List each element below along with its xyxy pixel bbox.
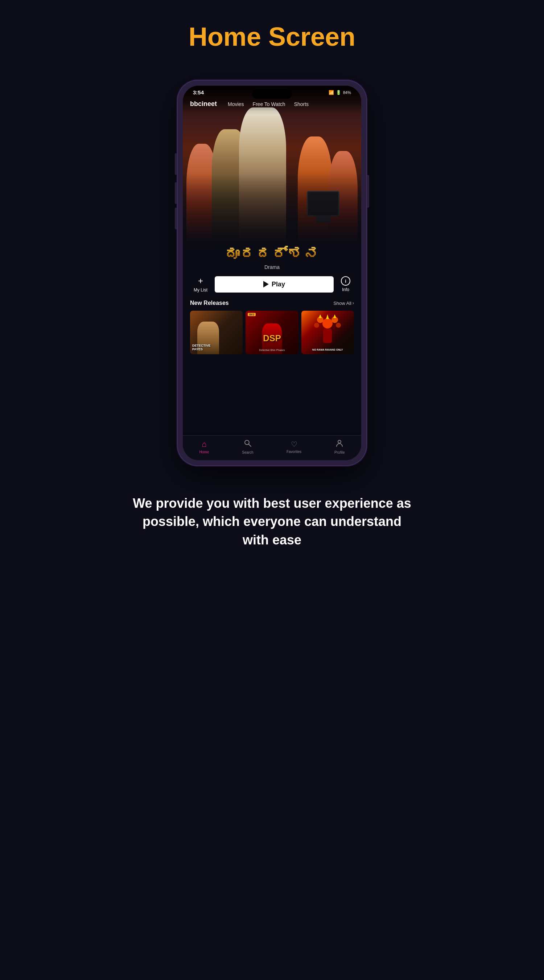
- logo[interactable]: bbcineet: [190, 100, 217, 108]
- plus-icon: +: [198, 276, 203, 286]
- ravana-svg: [313, 312, 342, 352]
- favorites-label: Favorites: [287, 450, 301, 454]
- movie-card-detective[interactable]: DETECTIVEPAYES: [190, 311, 243, 354]
- action-buttons: + My List Play i Info: [190, 276, 354, 293]
- logo-text: bcineet: [194, 100, 217, 108]
- chevron-right-icon: ›: [352, 301, 354, 305]
- dynamic-island: [252, 89, 292, 99]
- phone-frame: 3:54 📶 🔋 84% bbcineet Movies Free To Wat…: [178, 81, 366, 465]
- info-button[interactable]: i Info: [341, 276, 351, 292]
- profile-label: Profile: [335, 450, 344, 455]
- tab-profile[interactable]: Profile: [335, 439, 344, 455]
- svg-marker-6: [326, 314, 329, 319]
- battery-icon: 🔋: [336, 90, 341, 95]
- movie-title-kannada: ದೂರದರ್ಶನ: [190, 245, 354, 262]
- movie-genre: Drama: [190, 264, 354, 270]
- home-label: Home: [200, 450, 209, 454]
- status-icons: 📶 🔋 84%: [328, 90, 351, 95]
- no-rama-art: [301, 311, 354, 354]
- profile-icon: [335, 439, 343, 449]
- my-list-label: My List: [193, 288, 208, 293]
- dsp-subtitle: Detective Bhin Phaaes: [248, 349, 296, 352]
- svg-rect-5: [323, 328, 332, 343]
- svg-marker-8: [333, 314, 336, 318]
- favorites-icon: ♡: [291, 440, 297, 449]
- svg-point-4: [336, 323, 341, 328]
- info-icon: i: [341, 276, 351, 286]
- hero-section: ದೂರದರ್ಶನ Drama + My List Play: [183, 86, 361, 435]
- svg-point-11: [338, 440, 341, 443]
- no-rama-label: No Rama Ravans Only: [303, 348, 352, 352]
- status-time: 3:54: [193, 89, 204, 95]
- detective-label: DETECTIVEPAYES: [192, 344, 211, 352]
- show-all-label: Show All: [333, 301, 351, 306]
- new-releases-header: New Releases Show All ›: [190, 300, 354, 306]
- svg-marker-7: [319, 314, 322, 318]
- tab-favorites[interactable]: ♡ Favorites: [287, 440, 301, 454]
- search-icon: [244, 439, 252, 449]
- svg-point-3: [314, 323, 319, 328]
- play-icon: [263, 281, 269, 288]
- show-all-button[interactable]: Show All ›: [333, 301, 354, 306]
- new-releases-title: New Releases: [190, 300, 229, 306]
- wifi-icon: 📶: [328, 90, 334, 95]
- my-list-button[interactable]: + My List: [193, 276, 208, 293]
- nav-shorts[interactable]: Shorts: [290, 101, 313, 107]
- nav-free-to-watch[interactable]: Free To Watch: [248, 101, 289, 107]
- nav-movies[interactable]: Movies: [224, 101, 248, 107]
- battery-percent: 84%: [343, 91, 351, 95]
- info-label: Info: [342, 287, 349, 292]
- play-button[interactable]: Play: [215, 276, 334, 293]
- tab-search[interactable]: Search: [242, 439, 254, 455]
- phone-screen: 3:54 📶 🔋 84% bbcineet Movies Free To Wat…: [183, 86, 361, 460]
- hero-bottom-overlay: [183, 173, 361, 245]
- movie-card-dsp[interactable]: SVJ DSP Detective Bhin Phaaes: [246, 311, 298, 354]
- movie-card-no-rama[interactable]: No Rama Ravans Only: [301, 311, 354, 354]
- page-title: Home Screen: [189, 22, 355, 51]
- tab-home[interactable]: ⌂ Home: [200, 439, 209, 454]
- svj-tag: SVJ: [248, 313, 255, 316]
- play-label: Play: [272, 280, 285, 288]
- movie-cards-list: DETECTIVEPAYES SVJ DSP Detective Bhin Ph…: [190, 311, 354, 354]
- search-label: Search: [242, 450, 254, 455]
- home-icon: ⌂: [201, 439, 206, 449]
- bottom-navigation: ⌂ Home Search ♡ Favorites: [183, 435, 361, 460]
- page-tagline: We provide you with best user experience…: [109, 494, 435, 549]
- dsp-label: DSP: [263, 333, 281, 344]
- svg-point-0: [322, 318, 333, 328]
- svg-line-10: [249, 444, 251, 447]
- movie-info: ದೂರದರ್ಶನ Drama + My List Play: [183, 245, 361, 354]
